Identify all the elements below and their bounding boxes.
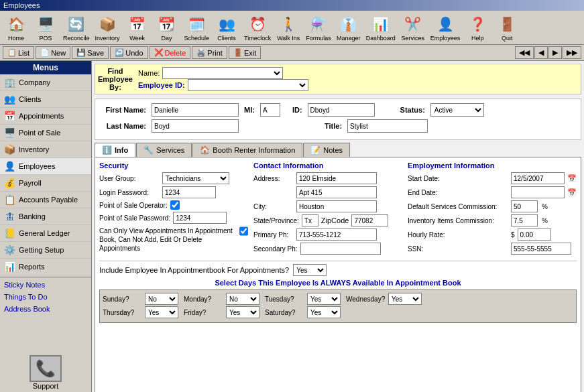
user-group-select[interactable]: Technicians	[162, 172, 229, 184]
manager-button[interactable]: 👔 Manager	[334, 12, 363, 43]
sidebar-item-things-to-do[interactable]: Things To Do	[0, 291, 91, 303]
clients-label: Clients	[217, 35, 236, 42]
sidebar-item-banking[interactable]: 🏦 Banking	[0, 208, 91, 225]
first-name-input[interactable]	[152, 103, 239, 117]
inventory-comm-input[interactable]	[511, 214, 538, 226]
reconcile-button[interactable]: 🔄 Reconcile	[60, 12, 93, 43]
ssn-input[interactable]	[511, 243, 571, 255]
undo-button[interactable]: ↩️ Undo	[110, 46, 148, 59]
city-input[interactable]	[296, 200, 377, 212]
new-button[interactable]: 📄 New	[36, 46, 70, 59]
tab-booth[interactable]: 🏠 Booth Renter Information	[192, 143, 302, 157]
mi-input[interactable]	[260, 103, 280, 117]
state-input[interactable]	[302, 214, 318, 226]
schedule-button[interactable]: 🗓️ Schedule	[182, 12, 213, 43]
exit-button[interactable]: 🚪 Exit	[229, 46, 261, 59]
sidebar-item-employees[interactable]: 👤 Employees	[0, 158, 91, 175]
employees-button[interactable]: 👤 Employees	[428, 12, 463, 43]
pos-operator-checkbox[interactable]	[170, 200, 180, 210]
sidebar-item-general-ledger[interactable]: 📒 General Ledger	[0, 225, 91, 242]
app-title: Employees	[3, 1, 40, 9]
inventory-button[interactable]: 📦 Inventory	[93, 12, 123, 43]
zipcode-input[interactable]	[351, 214, 388, 226]
friday-select[interactable]: NoYes	[226, 306, 259, 318]
pos-password-input[interactable]	[173, 212, 227, 224]
dashboard-button[interactable]: 📊 Dashboard	[363, 12, 398, 43]
thursday-select[interactable]: NoYes	[145, 306, 178, 318]
last-name-input[interactable]	[152, 119, 239, 133]
services-tab-icon: 🔧	[143, 145, 154, 155]
appointment-note-checkbox[interactable]	[239, 226, 248, 236]
end-date-calendar-icon[interactable]: 📅	[567, 188, 577, 197]
pos-button[interactable]: 🖥️ POS	[31, 12, 60, 43]
list-button[interactable]: 📋 List	[3, 46, 34, 59]
sunday-select[interactable]: NoYes	[145, 293, 178, 305]
ssn-label: SSN:	[408, 245, 508, 253]
tab-info[interactable]: ℹ️ Info	[95, 143, 135, 157]
sidebar-item-payroll[interactable]: 💰 Payroll	[0, 175, 91, 192]
week-button[interactable]: 📅 Week	[123, 12, 152, 43]
sidebar-item-address-book[interactable]: Address Book	[0, 303, 91, 315]
saturday-select[interactable]: NoYes	[307, 306, 341, 318]
reconcile-label: Reconcile	[63, 35, 90, 42]
start-date-calendar-icon[interactable]: 📅	[567, 174, 577, 183]
main-layout: Menus 🏢 Company 👥 Clients 📅 Appointments…	[0, 61, 584, 392]
formulas-button[interactable]: ⚗️ Formulas	[303, 12, 334, 43]
tuesday-select[interactable]: NoYes	[307, 293, 341, 305]
delete-button[interactable]: ❌ Delete	[150, 46, 191, 59]
pos-operator-row: Point of Sale Operator:	[99, 200, 248, 210]
help-button[interactable]: ❓ Help	[463, 12, 492, 43]
dollar-sign: $	[511, 231, 515, 239]
services-button[interactable]: ✂️ Services	[398, 12, 428, 43]
tab-notes[interactable]: 📝 Notes	[303, 143, 350, 157]
nav-next-button[interactable]: ▶	[548, 46, 562, 59]
monday-select[interactable]: NoYes	[226, 293, 259, 305]
content-area: FindEmployeeBy: Name: Employee ID: First…	[92, 61, 584, 392]
print-button[interactable]: 🖨️ Print	[192, 46, 227, 59]
day-button[interactable]: 📆 Day	[152, 12, 182, 43]
contact-header: Contact Information	[253, 161, 402, 170]
quit-button[interactable]: 🚪 Quit	[492, 12, 522, 43]
sidebar-item-accounts-payable[interactable]: 📋 Accounts Payable	[0, 192, 91, 208]
timeclock-button[interactable]: ⏰ Timeclock	[241, 12, 274, 43]
end-date-input[interactable]	[511, 186, 565, 198]
notes-tab-icon: 📝	[310, 145, 320, 155]
clients-button[interactable]: 👥 Clients	[212, 12, 241, 43]
save-button[interactable]: 💾 Save	[72, 46, 109, 59]
secondary-ph-row: Secondary Ph:	[253, 243, 402, 255]
timeclock-label: Timeclock	[244, 35, 271, 42]
status-select[interactable]: Active Inactive	[430, 103, 484, 117]
nav-prev-button[interactable]: ◀	[534, 46, 548, 59]
sidebar-item-clients[interactable]: 👥 Clients	[0, 91, 91, 108]
sidebar-item-reports[interactable]: 📊 Reports	[0, 259, 91, 275]
id-input[interactable]	[308, 103, 375, 117]
sidebar-item-getting-setup[interactable]: ⚙️ Getting Setup	[0, 242, 91, 259]
support-icon[interactable]: 📞	[30, 355, 62, 382]
hourly-rate-input[interactable]	[518, 228, 551, 241]
title-input[interactable]	[347, 119, 428, 133]
home-button[interactable]: 🏠 Home	[1, 12, 31, 43]
find-empid-select[interactable]	[188, 79, 308, 91]
wednesday-select[interactable]: NoYes	[388, 293, 422, 305]
default-comm-input[interactable]	[511, 200, 538, 212]
nav-first-button[interactable]: ◀◀	[515, 46, 534, 59]
walkins-button[interactable]: 🚶 Walk Ins	[274, 12, 303, 43]
nav-last-button[interactable]: ▶▶	[563, 46, 581, 59]
sidebar-item-inventory[interactable]: 📦 Inventory	[0, 141, 91, 158]
login-password-input[interactable]	[162, 186, 216, 198]
find-name-select[interactable]	[162, 67, 283, 79]
sidebar-item-sticky-notes[interactable]: Sticky Notes	[0, 279, 91, 291]
start-date-row: Start Date: 📅	[408, 172, 577, 184]
address2-input[interactable]	[296, 186, 377, 198]
sidebar-item-appointments[interactable]: 📅 Appointments	[0, 108, 91, 125]
address1-input[interactable]	[296, 172, 377, 184]
start-date-input[interactable]	[511, 172, 565, 184]
sidebar-item-company[interactable]: 🏢 Company	[0, 74, 91, 91]
secondary-ph-input[interactable]	[300, 243, 381, 255]
title-bar: Employees	[0, 0, 584, 11]
include-appt-select[interactable]: Yes No	[293, 264, 327, 276]
primary-ph-input[interactable]	[296, 228, 377, 241]
sidebar-item-pos[interactable]: 🖥️ Point of Sale	[0, 125, 91, 141]
tab-services[interactable]: 🔧 Services	[136, 143, 192, 157]
wednesday-label: Wednesday?	[346, 296, 386, 303]
